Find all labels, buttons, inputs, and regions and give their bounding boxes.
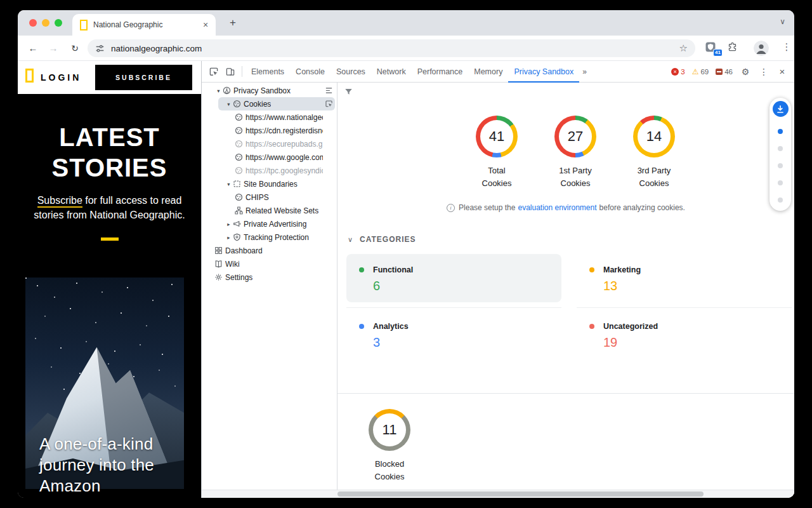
tree-item-label: CHIPS bbox=[246, 193, 269, 202]
float-dot-0[interactable] bbox=[778, 129, 783, 134]
natgeo-logo[interactable] bbox=[25, 69, 34, 83]
devtools-toolbar: ElementsConsoleSourcesNetworkPerformance… bbox=[202, 61, 794, 83]
devtools-tab-performance[interactable]: Performance bbox=[412, 61, 469, 83]
filter-icon[interactable] bbox=[344, 87, 353, 97]
tree-item-https-tpc-googlesyndic[interactable]: https://tpc.googlesyndic... bbox=[202, 164, 337, 177]
tree-item-wiki[interactable]: Wiki bbox=[202, 257, 337, 271]
private-advertising-icon bbox=[233, 220, 244, 228]
profile-avatar[interactable] bbox=[754, 41, 769, 56]
category-header: Functional bbox=[359, 265, 561, 274]
subscribe-button[interactable]: SUBSCRIBE bbox=[95, 65, 192, 90]
devtools-tab-network[interactable]: Network bbox=[371, 61, 412, 83]
tree-item-https-www-google-com[interactable]: https://www.google.com bbox=[202, 150, 337, 164]
devtools-settings-icon[interactable] bbox=[737, 64, 754, 80]
marketing-dot-icon bbox=[589, 267, 594, 272]
chevron-right-icon[interactable]: ▸ bbox=[225, 234, 233, 241]
tree-item-private-advertising[interactable]: ▸Private Advertising bbox=[202, 217, 337, 231]
subscribe-link[interactable]: Subscribe bbox=[37, 195, 82, 208]
url-text[interactable]: nationalgeographic.com bbox=[111, 44, 679, 53]
float-dot-4[interactable] bbox=[778, 197, 783, 203]
site-info-icon[interactable] bbox=[95, 44, 105, 53]
address-bar[interactable]: nationalgeographic.com bbox=[88, 39, 695, 57]
browser-menu-icon[interactable] bbox=[780, 41, 793, 53]
category-count: 3 bbox=[373, 335, 561, 350]
headline-line: STORIES bbox=[18, 152, 201, 183]
chevron-right-icon[interactable]: ▸ bbox=[225, 221, 233, 227]
login-button[interactable]: LOGIN bbox=[41, 72, 81, 83]
fullscreen-window-button[interactable] bbox=[55, 19, 62, 27]
extensions-puzzle-icon[interactable] bbox=[727, 42, 738, 53]
content-area: LOGIN SUBSCRIBE LATEST STORIES Subscribe… bbox=[18, 61, 794, 498]
device-toolbar-icon[interactable] bbox=[222, 64, 239, 80]
reload-button[interactable] bbox=[67, 41, 82, 56]
chevron-down-icon[interactable]: ▾ bbox=[225, 101, 233, 107]
evaluation-environment-link[interactable]: evaluation environment bbox=[518, 203, 596, 212]
uncategorized-dot-icon bbox=[589, 324, 594, 329]
float-dot-1[interactable] bbox=[778, 146, 783, 151]
warning-count[interactable]: 69 bbox=[690, 67, 712, 76]
privacy-sandbox-extension-button[interactable]: 41 bbox=[704, 41, 718, 55]
category-cell-uncategorized: Uncategorized19 bbox=[577, 308, 792, 364]
scrollbar-thumb[interactable] bbox=[337, 491, 704, 497]
settings-icon bbox=[214, 273, 225, 281]
tree-item-chips[interactable]: CHIPS bbox=[202, 190, 337, 204]
devtools-tab-sources[interactable]: Sources bbox=[331, 61, 371, 83]
float-dot-3[interactable] bbox=[778, 180, 783, 185]
chevron-down-icon[interactable]: ▾ bbox=[225, 181, 233, 187]
collapse-chevron-icon[interactable] bbox=[348, 236, 353, 244]
tree-item-dashboard[interactable]: Dashboard bbox=[202, 244, 337, 257]
donut-label-line: 1st Party bbox=[537, 164, 613, 177]
tree-item-https-cdn-registerdisne[interactable]: https://cdn.registerdisne bbox=[202, 124, 337, 137]
dashboard-icon bbox=[214, 246, 225, 255]
inspect-icon[interactable] bbox=[325, 100, 333, 108]
inspect-element-icon[interactable] bbox=[206, 64, 222, 80]
natgeo-page: LOGIN SUBSCRIBE LATEST STORIES Subscribe… bbox=[18, 61, 201, 498]
error-count-label: 3 bbox=[681, 68, 684, 76]
donut-label-line: Blocked bbox=[351, 458, 428, 471]
devtools-tab-privacy-sandbox[interactable]: Privacy Sandbox bbox=[508, 61, 579, 83]
tree-item-https-www-nationalgeo[interactable]: https://www.nationalgeo bbox=[202, 110, 337, 124]
issues-count[interactable]: 46 bbox=[713, 68, 735, 76]
devtools-tab-elements[interactable]: Elements bbox=[246, 61, 290, 83]
float-dot-2[interactable] bbox=[778, 163, 783, 168]
minimize-window-button[interactable] bbox=[42, 19, 49, 27]
back-button[interactable] bbox=[25, 41, 41, 56]
devtools-tab-console[interactable]: Console bbox=[290, 61, 331, 83]
category-card-marketing[interactable]: Marketing13 bbox=[577, 254, 792, 302]
tree-item-related-website-sets[interactable]: Related Website Sets bbox=[202, 204, 337, 217]
devtools-menu-icon[interactable] bbox=[756, 64, 772, 80]
privacy-sandbox-icon bbox=[223, 86, 233, 95]
tree-item-label: Related Website Sets bbox=[246, 206, 318, 215]
forward-button[interactable] bbox=[46, 41, 61, 56]
category-card-uncategorized[interactable]: Uncategorized19 bbox=[577, 311, 792, 359]
tracking-protection-icon bbox=[233, 233, 244, 241]
tree-item-site-boundaries[interactable]: ▾Site Boundaries bbox=[202, 177, 337, 190]
active-tab[interactable]: National Geographic bbox=[72, 14, 216, 36]
tree-item-privacy-sandbox[interactable]: ▾Privacy Sandbox bbox=[202, 84, 337, 97]
tree-item-cookies[interactable]: ▾Cookies bbox=[202, 97, 337, 110]
collapse-all-icon[interactable] bbox=[325, 86, 333, 95]
error-count[interactable]: 3 bbox=[669, 68, 687, 76]
category-name: Uncategorized bbox=[603, 322, 658, 331]
tab-search-chevron-icon[interactable] bbox=[780, 17, 785, 26]
more-tabs-button[interactable]: » bbox=[579, 67, 590, 76]
devtools-tab-memory[interactable]: Memory bbox=[468, 61, 508, 83]
categories-section-header[interactable]: CATEGORIES bbox=[348, 235, 416, 244]
yellow-divider bbox=[101, 237, 119, 241]
bookmark-star-icon[interactable] bbox=[679, 43, 688, 54]
close-window-button[interactable] bbox=[29, 19, 37, 27]
devtools-close-icon[interactable] bbox=[774, 64, 790, 80]
category-card-functional[interactable]: Functional6 bbox=[346, 254, 561, 302]
error-icon bbox=[671, 68, 679, 76]
chevron-down-icon[interactable]: ▾ bbox=[214, 88, 223, 94]
tree-item-https-securepubads-g[interactable]: https://securepubads.g... bbox=[202, 137, 337, 150]
horizontal-scrollbar[interactable] bbox=[202, 490, 794, 498]
download-button[interactable] bbox=[773, 101, 789, 117]
tree-item-label: Dashboard bbox=[225, 246, 263, 255]
tab-close-icon[interactable] bbox=[200, 20, 211, 30]
section-divider bbox=[337, 393, 794, 394]
tree-item-tracking-protection[interactable]: ▸Tracking Protection bbox=[202, 231, 337, 244]
tree-item-settings[interactable]: Settings bbox=[202, 271, 337, 284]
new-tab-button[interactable] bbox=[226, 16, 240, 30]
category-card-analytics[interactable]: Analytics3 bbox=[346, 311, 561, 359]
